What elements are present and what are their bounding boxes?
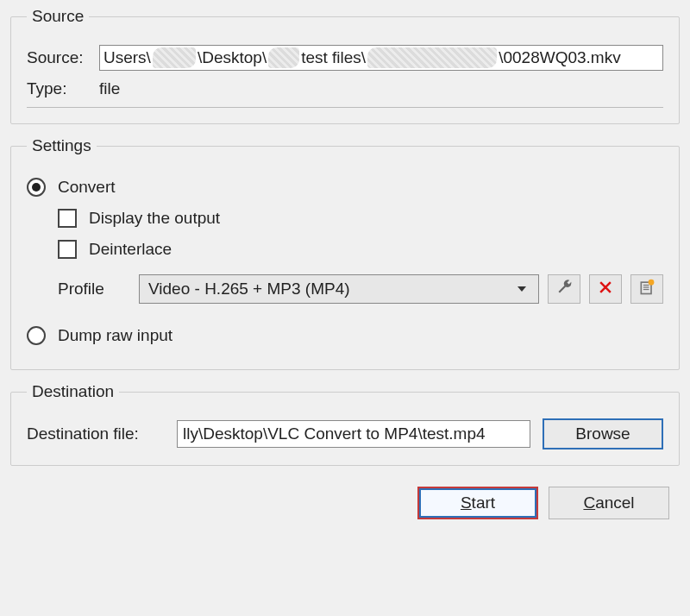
destination-group: Destination Destination file: lly\Deskto…: [10, 382, 680, 466]
start-button-label: Start: [461, 493, 495, 512]
redacted-segment: [367, 47, 497, 68]
profile-combobox[interactable]: Video - H.265 + MP3 (MP4): [139, 274, 539, 304]
destination-file-value: lly\Desktop\VLC Convert to MP4\test.mp4: [183, 424, 486, 443]
radio-convert-icon: [27, 178, 46, 197]
settings-group: Settings Convert Display the output Dein…: [10, 136, 680, 370]
source-legend: Source: [27, 7, 89, 26]
source-separator: [27, 107, 663, 108]
profile-value: Video - H.265 + MP3 (MP4): [148, 280, 350, 299]
destination-file-input[interactable]: lly\Desktop\VLC Convert to MP4\test.mp4: [177, 420, 530, 448]
source-row: Source: Users\ \Desktop\ test files\ \00…: [27, 45, 663, 71]
destination-row: Destination file: lly\Desktop\VLC Conver…: [27, 418, 663, 449]
new-profile-button[interactable]: [630, 274, 663, 304]
checkbox-deinterlace-icon: [58, 240, 77, 259]
source-group: Source Source: Users\ \Desktop\ test fil…: [10, 7, 680, 124]
dialog-button-bar: Start Cancel: [10, 478, 680, 519]
checkbox-display-output-icon: [58, 209, 77, 228]
deinterlace-option[interactable]: Deinterlace: [27, 240, 663, 259]
radio-dump-icon: [27, 326, 46, 345]
convert-option[interactable]: Convert: [27, 178, 663, 197]
svg-point-4: [649, 279, 655, 285]
wrench-icon: [555, 279, 573, 300]
type-value: file: [99, 79, 120, 98]
source-path-field[interactable]: Users\ \Desktop\ test files\ \0028WQ03.m…: [99, 45, 663, 71]
redacted-segment: [153, 47, 196, 68]
display-output-label: Display the output: [89, 209, 220, 228]
profile-label: Profile: [27, 280, 130, 299]
delete-profile-button[interactable]: [589, 274, 622, 304]
dump-raw-option[interactable]: Dump raw input: [27, 326, 663, 345]
redacted-segment: [268, 47, 299, 68]
start-button[interactable]: Start: [417, 487, 538, 519]
chevron-down-icon: [518, 286, 526, 292]
source-path-seg1: Users\: [104, 48, 151, 67]
deinterlace-label: Deinterlace: [89, 240, 172, 259]
source-path-seg2: \Desktop\: [198, 48, 267, 67]
type-label: Type:: [27, 79, 99, 98]
edit-profile-button[interactable]: [548, 274, 580, 304]
cancel-button[interactable]: Cancel: [549, 487, 669, 519]
destination-file-label: Destination file:: [27, 424, 165, 443]
source-label: Source:: [27, 48, 99, 67]
type-row: Type: file: [27, 79, 663, 98]
profile-row: Profile Video - H.265 + MP3 (MP4): [27, 274, 663, 304]
display-output-option[interactable]: Display the output: [27, 209, 663, 228]
source-path-seg3: test files\: [301, 48, 366, 67]
source-path-seg4: \0028WQ03.mkv: [499, 48, 621, 67]
convert-label: Convert: [58, 178, 116, 197]
new-profile-icon: [638, 279, 656, 300]
cancel-button-label: Cancel: [583, 493, 634, 512]
destination-legend: Destination: [27, 382, 119, 401]
convert-dialog: Source Source: Users\ \Desktop\ test fil…: [0, 0, 690, 530]
dump-label: Dump raw input: [58, 326, 172, 345]
browse-button-label: Browse: [575, 424, 630, 443]
browse-button[interactable]: Browse: [543, 418, 663, 449]
delete-x-icon: [597, 279, 614, 300]
settings-legend: Settings: [27, 136, 97, 155]
